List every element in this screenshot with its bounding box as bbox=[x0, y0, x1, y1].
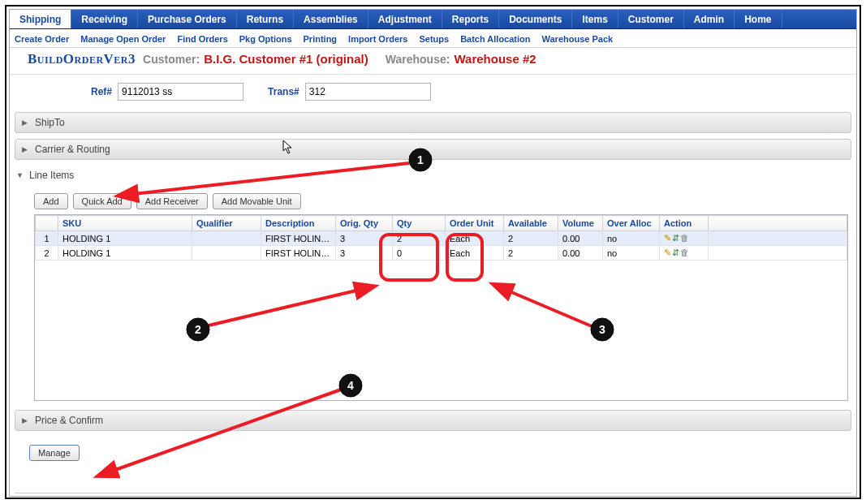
cell-orig-qty: 3 bbox=[336, 246, 393, 261]
nav-tab-shipping[interactable]: Shipping bbox=[10, 10, 71, 28]
table-row[interactable]: 2 HOLDING 1 FIRST HOLING… 3 0 Each 2 0.0… bbox=[36, 246, 847, 261]
cell-description: FIRST HOLING… bbox=[261, 246, 336, 261]
ref-input[interactable] bbox=[118, 83, 243, 101]
page-title: BuildOrderVer3 bbox=[28, 51, 136, 67]
subnav-manage-open-order[interactable]: Manage Open Order bbox=[80, 34, 166, 44]
nav-tab-receiving[interactable]: Receiving bbox=[71, 10, 138, 28]
cell-rownum: 1 bbox=[36, 231, 58, 246]
cell-available: 2 bbox=[504, 231, 558, 246]
nav-tab-purchase-orders[interactable]: Purchase Orders bbox=[138, 10, 237, 28]
subnav-printing[interactable]: Printing bbox=[304, 34, 338, 44]
subnav-pkg-options[interactable]: Pkg Options bbox=[239, 34, 292, 44]
cell-order-unit: Each bbox=[446, 231, 504, 246]
col-available[interactable]: Available bbox=[504, 216, 558, 231]
chevron-down-icon: ▼ bbox=[16, 171, 24, 179]
quick-add-button[interactable]: Quick Add bbox=[73, 193, 131, 209]
split-icon[interactable]: ⇵ bbox=[672, 234, 679, 243]
cell-qty: 0 bbox=[393, 246, 446, 261]
col-action[interactable]: Action bbox=[660, 216, 709, 231]
trans-input[interactable] bbox=[305, 83, 431, 101]
nav-tab-admin[interactable]: Admin bbox=[684, 10, 735, 28]
chevron-right-icon: ▶ bbox=[22, 416, 30, 424]
edit-icon[interactable]: ✎ bbox=[664, 234, 671, 243]
add-receiver-button[interactable]: Add Receiver bbox=[136, 193, 208, 209]
section-line-items[interactable]: ▼ Line Items bbox=[15, 166, 851, 185]
nav-tab-adjustment[interactable]: Adjustment bbox=[368, 10, 442, 28]
cell-action: ✎ ⇵ 🗑 bbox=[660, 246, 709, 261]
edit-icon[interactable]: ✎ bbox=[664, 248, 671, 257]
section-carrier-routing[interactable]: ▶ Carrier & Routing bbox=[15, 139, 851, 160]
col-description[interactable]: Description bbox=[261, 216, 336, 231]
cell-orig-qty: 3 bbox=[336, 231, 393, 246]
add-button[interactable]: Add bbox=[34, 193, 68, 209]
cell-action: ✎ ⇵ 🗑 bbox=[660, 231, 709, 246]
table-row[interactable]: 1 HOLDING 1 FIRST HOLING… 3 2 Each 2 0.0… bbox=[36, 231, 847, 246]
col-filler bbox=[709, 216, 847, 231]
section-carrier-label: Carrier & Routing bbox=[35, 144, 110, 155]
col-qualifier[interactable]: Qualifier bbox=[192, 216, 261, 231]
line-items-grid: SKU Qualifier Description Orig. Qty Qty … bbox=[34, 214, 848, 401]
nav-tab-home[interactable]: Home bbox=[735, 10, 782, 28]
nav-tab-items[interactable]: Items bbox=[572, 10, 618, 28]
col-orig-qty[interactable]: Orig. Qty bbox=[336, 216, 393, 231]
cell-qualifier bbox=[192, 231, 261, 246]
split-icon[interactable]: ⇵ bbox=[672, 248, 679, 257]
cell-volume: 0.00 bbox=[558, 231, 603, 246]
col-over-alloc[interactable]: Over Alloc bbox=[603, 216, 660, 231]
cell-over-alloc: no bbox=[603, 246, 660, 261]
cell-sku: HOLDING 1 bbox=[58, 231, 192, 246]
section-shipto-label: ShipTo bbox=[35, 117, 65, 128]
subnav-create-order[interactable]: Create Order bbox=[15, 34, 69, 44]
cell-sku: HOLDING 1 bbox=[58, 246, 192, 261]
nav-tab-assemblies[interactable]: Assemblies bbox=[294, 10, 368, 28]
nav-tab-reports[interactable]: Reports bbox=[442, 10, 499, 28]
section-price-confirm[interactable]: ▶ Price & Confirm bbox=[15, 410, 851, 431]
cell-description: FIRST HOLING… bbox=[261, 231, 336, 246]
chevron-right-icon: ▶ bbox=[22, 145, 30, 153]
cell-order-unit: Each bbox=[446, 246, 504, 261]
section-shipto[interactable]: ▶ ShipTo bbox=[15, 112, 851, 133]
section-price-label: Price & Confirm bbox=[35, 415, 103, 426]
subnav-warehouse-pack[interactable]: Warehouse Pack bbox=[542, 34, 614, 44]
bottom-divider bbox=[15, 493, 851, 493]
cell-qualifier bbox=[192, 246, 261, 261]
ref-label: Ref# bbox=[91, 86, 112, 97]
customer-label: Customer: bbox=[143, 53, 200, 66]
col-sku[interactable]: SKU bbox=[58, 216, 192, 231]
subnav-find-orders[interactable]: Find Orders bbox=[177, 34, 227, 44]
chevron-right-icon: ▶ bbox=[22, 118, 30, 127]
delete-icon[interactable]: 🗑 bbox=[680, 248, 689, 257]
col-volume[interactable]: Volume bbox=[558, 216, 603, 231]
page-header: BuildOrderVer3 Customer: B.I.G. Customer… bbox=[10, 48, 856, 75]
subnav-setups[interactable]: Setups bbox=[419, 34, 449, 44]
nav-tab-customer[interactable]: Customer bbox=[618, 10, 684, 28]
sub-nav: Create Order Manage Open Order Find Orde… bbox=[10, 29, 856, 48]
col-order-unit[interactable]: Order Unit bbox=[446, 216, 504, 231]
warehouse-label: Warehouse: bbox=[386, 53, 450, 66]
cell-over-alloc: no bbox=[603, 231, 660, 246]
nav-tab-returns[interactable]: Returns bbox=[237, 10, 294, 28]
subnav-batch-allocation[interactable]: Batch Allocation bbox=[460, 34, 530, 44]
main-nav: Shipping Receiving Purchase Orders Retur… bbox=[10, 10, 856, 29]
cell-rownum: 2 bbox=[36, 246, 58, 261]
trans-label: Trans# bbox=[268, 86, 299, 97]
warehouse-value: Warehouse #2 bbox=[454, 52, 536, 66]
nav-tab-documents[interactable]: Documents bbox=[499, 10, 572, 28]
col-rownum[interactable] bbox=[36, 216, 58, 231]
col-qty[interactable]: Qty bbox=[393, 216, 446, 231]
subnav-import-orders[interactable]: Import Orders bbox=[348, 34, 407, 44]
section-line-items-label: Line Items bbox=[29, 170, 74, 181]
customer-value: B.I.G. Customer #1 (original) bbox=[204, 52, 368, 66]
delete-icon[interactable]: 🗑 bbox=[680, 234, 689, 243]
cell-volume: 0.00 bbox=[558, 246, 603, 261]
cell-qty: 2 bbox=[393, 231, 446, 246]
cell-available: 2 bbox=[504, 246, 558, 261]
ref-trans-row: Ref# Trans# bbox=[10, 75, 856, 112]
manage-button[interactable]: Manage bbox=[29, 445, 80, 461]
add-movable-unit-button[interactable]: Add Movable Unit bbox=[213, 193, 301, 209]
